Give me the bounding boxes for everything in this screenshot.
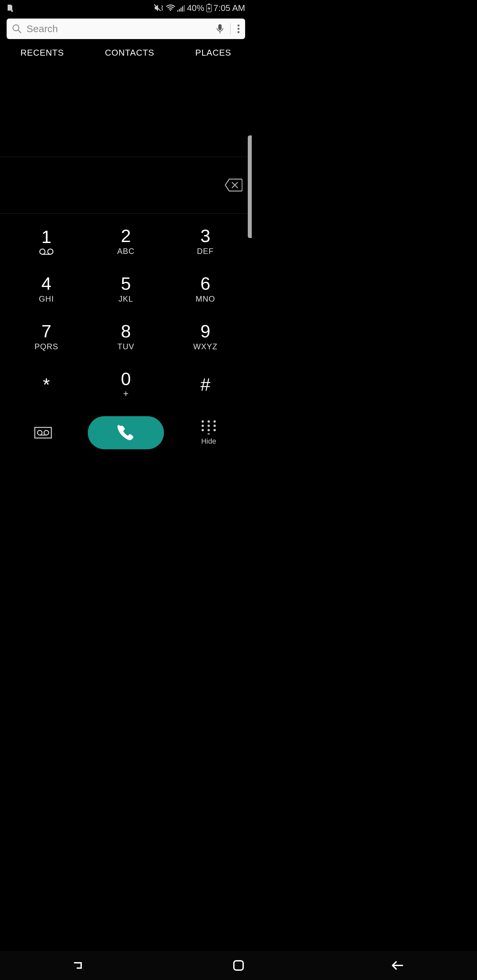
svg-point-13 xyxy=(48,249,53,254)
key-star[interactable]: * xyxy=(13,362,80,407)
tab-places[interactable]: PLACES xyxy=(195,48,231,58)
wifi-icon xyxy=(166,4,175,11)
svg-point-8 xyxy=(238,28,239,30)
key-7[interactable]: 7 PQRS xyxy=(13,314,80,359)
more-icon[interactable] xyxy=(237,24,240,34)
svg-point-27 xyxy=(214,429,216,431)
svg-point-25 xyxy=(202,429,204,431)
key-3[interactable]: 3 DEF xyxy=(172,219,238,264)
svg-point-17 xyxy=(44,430,49,435)
backspace-button[interactable] xyxy=(225,178,242,192)
clock-time: 7:05 AM xyxy=(214,3,245,13)
signal-icon xyxy=(177,4,185,11)
battery-icon xyxy=(206,4,212,12)
key-9[interactable]: 9 WXYZ xyxy=(172,314,238,359)
call-button[interactable] xyxy=(88,416,164,449)
svg-point-12 xyxy=(40,249,45,254)
tab-recents[interactable]: RECENTS xyxy=(21,48,64,58)
mic-icon[interactable] xyxy=(216,24,223,34)
content-area xyxy=(0,58,252,157)
status-bar: 40% 7:05 AM xyxy=(0,0,252,16)
svg-point-28 xyxy=(208,433,210,435)
voicemail-button[interactable] xyxy=(20,427,66,439)
divider xyxy=(230,23,231,35)
search-bar[interactable] xyxy=(6,19,245,39)
sim-icon xyxy=(6,4,13,12)
voicemail-icon xyxy=(39,248,54,255)
key-5[interactable]: 5 JKL xyxy=(93,267,159,312)
mute-vibrate-icon xyxy=(154,4,164,12)
hide-label: Hide xyxy=(201,437,216,445)
key-0[interactable]: 0 + xyxy=(93,362,159,407)
key-1[interactable]: 1 xyxy=(13,219,80,264)
key-8[interactable]: 8 TUV xyxy=(93,314,159,359)
svg-point-21 xyxy=(214,420,216,423)
svg-point-20 xyxy=(208,420,210,423)
hide-keypad-button[interactable]: Hide xyxy=(185,420,232,445)
phone-icon xyxy=(116,423,135,442)
svg-point-19 xyxy=(202,420,204,423)
svg-rect-2 xyxy=(208,4,210,5)
svg-point-24 xyxy=(214,425,216,427)
action-row: Hide xyxy=(0,410,252,459)
svg-point-16 xyxy=(37,430,42,435)
svg-line-4 xyxy=(18,30,21,33)
tab-contacts[interactable]: CONTACTS xyxy=(105,48,154,58)
battery-percent: 40% xyxy=(187,3,204,13)
tabs: RECENTS CONTACTS PLACES xyxy=(0,48,252,58)
svg-point-9 xyxy=(238,31,239,33)
key-hash[interactable]: # xyxy=(172,362,238,407)
scroll-handle[interactable] xyxy=(248,135,252,238)
keypad: 1 2 ABC 3 DEF 4 GHI 5 JKL 6 MNO 7 xyxy=(0,213,252,407)
svg-point-22 xyxy=(202,425,204,427)
key-6[interactable]: 6 MNO xyxy=(172,267,238,312)
dialed-number-display xyxy=(0,157,252,213)
keypad-grid-icon xyxy=(200,420,217,434)
svg-point-7 xyxy=(238,24,239,27)
search-input[interactable] xyxy=(27,23,212,35)
search-icon xyxy=(12,24,22,34)
key-2[interactable]: 2 ABC xyxy=(93,219,159,264)
svg-rect-5 xyxy=(218,24,222,30)
svg-point-23 xyxy=(208,425,210,427)
svg-point-26 xyxy=(208,429,210,431)
key-4[interactable]: 4 GHI xyxy=(13,267,80,312)
